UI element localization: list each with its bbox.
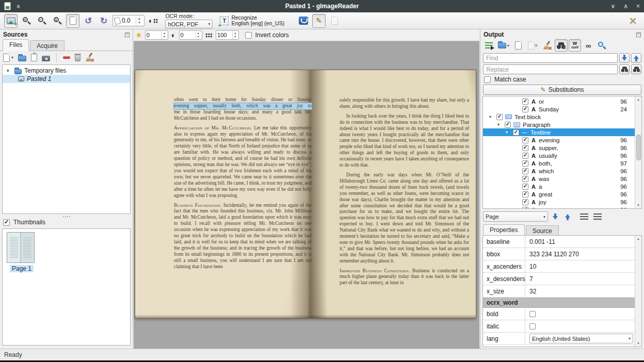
item-checkbox[interactable]: ✓: [522, 160, 528, 167]
invert-colors-checkbox[interactable]: [245, 32, 252, 39]
replace-all-button[interactable]: ✎: [631, 64, 641, 74]
tab-files[interactable]: Files: [3, 39, 29, 51]
property-row[interactable]: x_size32: [483, 285, 641, 298]
viewer-canvas[interactable]: often went to their home for Sunday dinn…: [134, 41, 479, 349]
property-row[interactable]: x_descenders7: [483, 273, 641, 285]
hocr-tree-scrollbar[interactable]: ▲ ▼: [635, 96, 641, 208]
rotate-right-button[interactable]: ↻: [97, 14, 110, 28]
tab-properties[interactable]: Properties: [483, 224, 525, 236]
hocr-tree-row[interactable]: ▾✓Paragraph: [483, 121, 641, 128]
property-row[interactable]: baseline0.001 -11: [483, 236, 641, 248]
scroll-up-icon[interactable]: ▲: [637, 96, 640, 103]
prev-item-button[interactable]: [562, 212, 573, 222]
item-checkbox[interactable]: ✓: [522, 176, 528, 182]
hocr-tree-row[interactable]: ✓Awas96: [483, 175, 641, 183]
maximize-button[interactable]: ∧: [623, 3, 628, 10]
expander-icon[interactable]: ▾: [497, 122, 502, 127]
substitutions-button[interactable]: ✎ Substitutions: [483, 85, 641, 95]
item-checkbox[interactable]: ✓: [522, 207, 528, 209]
word-confidence-toggle[interactable]: Wconf: [569, 39, 581, 52]
collapse-chevron-icon[interactable]: «: [15, 4, 23, 8]
clear-sources-icon[interactable]: ✕: [85, 53, 94, 62]
property-checkbox[interactable]: [529, 323, 536, 330]
zoom-original-button[interactable]: 1: [51, 14, 64, 28]
item-checkbox[interactable]: ✓: [505, 122, 511, 128]
scroll-down-icon[interactable]: ▼: [637, 202, 640, 208]
input-settings-button[interactable]: [297, 14, 310, 28]
hocr-tree-row[interactable]: ✓Ato96: [483, 206, 641, 209]
hocr-tree-row[interactable]: ✓ASunday24: [483, 105, 641, 113]
tree-item-pasted-1[interactable]: Pasted 1: [3, 75, 130, 83]
hocr-tree-row[interactable]: ✓Aor96: [483, 97, 641, 105]
hocr-tree-row[interactable]: ✓Ausually96: [483, 152, 641, 159]
paste-icon[interactable]: [31, 54, 37, 61]
page-select[interactable]: Page▾: [483, 211, 548, 222]
recognize-button[interactable]: T Recognize English [eng] (en_US): [217, 14, 287, 27]
item-checkbox[interactable]: ✓: [522, 191, 528, 198]
add-file-dropdown-icon[interactable]: ▾: [11, 55, 13, 60]
scanned-book-image[interactable]: often went to their home for Sunday dinn…: [135, 70, 476, 318]
detach-sources-icon[interactable]: [125, 32, 130, 37]
resolution-spinbox[interactable]: 100 ▲▼: [216, 30, 239, 40]
image-controls-button[interactable]: ◐: [147, 14, 160, 28]
brightness-spinbox[interactable]: 0 ▲▼: [145, 30, 168, 40]
find-next-button[interactable]: [619, 53, 630, 63]
scrollbar-thumb[interactable]: [636, 135, 641, 160]
item-checkbox[interactable]: ✓: [522, 145, 528, 151]
tab-acquire[interactable]: Acquire: [30, 40, 65, 51]
clear-output-button[interactable]: ✕: [541, 39, 554, 52]
contrast-spinbox[interactable]: 0 ▲▼: [179, 30, 202, 40]
remove-source-icon[interactable]: [63, 56, 70, 59]
item-checkbox[interactable]: ✓: [522, 199, 528, 205]
hocr-tree-row[interactable]: ✓Awhich96: [483, 167, 641, 175]
rotate-left-button[interactable]: ↺: [82, 14, 95, 28]
page-thumbnail[interactable]: [7, 232, 35, 263]
hocr-tree-row[interactable]: ✓Aa96: [483, 183, 641, 190]
property-row[interactable]: italic: [483, 320, 641, 333]
detach-output-icon[interactable]: [636, 32, 641, 37]
selected-textline-highlight[interactable]: evening supper, usually both, which was …: [174, 103, 312, 109]
hocr-tree-row[interactable]: ✓Agreat96: [483, 190, 641, 198]
ocr-mode-select[interactable]: hOCR, PDF▾: [165, 20, 213, 28]
settings-button[interactable]: [626, 14, 640, 28]
screenshot-icon[interactable]: [42, 56, 50, 61]
hocr-tree-row[interactable]: ✓Asupper,96: [483, 144, 641, 152]
rotation-spinner[interactable]: ▲▼: [136, 17, 142, 25]
collapse-all-button[interactable]: [580, 213, 588, 220]
zoom-fit-toggle[interactable]: [66, 14, 79, 28]
next-item-button[interactable]: [550, 212, 560, 222]
item-checkbox[interactable]: ✓: [522, 168, 528, 174]
match-case-checkbox[interactable]: [484, 76, 491, 83]
hocr-tree-row[interactable]: ✓Ajoy96: [483, 198, 641, 206]
property-row[interactable]: x_ascenders10: [483, 260, 641, 273]
find-document-button[interactable]: ▾: [526, 39, 540, 52]
property-row[interactable]: langEnglish (United States)▾: [483, 333, 641, 345]
close-button[interactable]: ×: [636, 3, 640, 10]
properties-scrollbar[interactable]: ▲ ▼: [635, 236, 641, 347]
item-checkbox[interactable]: ✓: [522, 184, 528, 190]
item-checkbox[interactable]: ✓: [522, 153, 528, 159]
show-sources-toggle[interactable]: [4, 14, 18, 28]
item-checkbox[interactable]: ✓: [522, 106, 528, 112]
expander-icon[interactable]: ▾: [489, 114, 494, 119]
replace-button[interactable]: ✎: [619, 64, 630, 74]
find-prev-button[interactable]: [631, 53, 641, 63]
edit-output-toggle[interactable]: ✎: [312, 14, 326, 28]
thumbnail-label[interactable]: Page 1: [10, 265, 34, 272]
expander-icon[interactable]: ▾: [506, 130, 510, 135]
save-output-button[interactable]: ▾: [496, 39, 511, 52]
delete-source-icon[interactable]: [75, 55, 81, 61]
zoom-out-button[interactable]: −: [35, 14, 49, 28]
find-replace-toggle[interactable]: ✎: [555, 39, 568, 52]
zoom-selection-button[interactable]: [595, 39, 608, 52]
hocr-tree-row[interactable]: ▾✓—Textline: [483, 128, 641, 136]
property-row[interactable]: bbox323 234 1120 270: [483, 248, 641, 260]
export-button[interactable]: ✎: [512, 39, 525, 52]
property-checkbox[interactable]: [529, 311, 536, 317]
find-input[interactable]: [483, 53, 618, 63]
zoom-in-button[interactable]: +: [20, 14, 33, 28]
tab-source[interactable]: Source: [526, 225, 559, 236]
hocr-tree-row[interactable]: ▾✓Text block: [483, 113, 641, 121]
rotation-spinbox[interactable]: 0.0 ▲▼: [112, 15, 144, 26]
item-checkbox[interactable]: ✓: [522, 98, 528, 105]
